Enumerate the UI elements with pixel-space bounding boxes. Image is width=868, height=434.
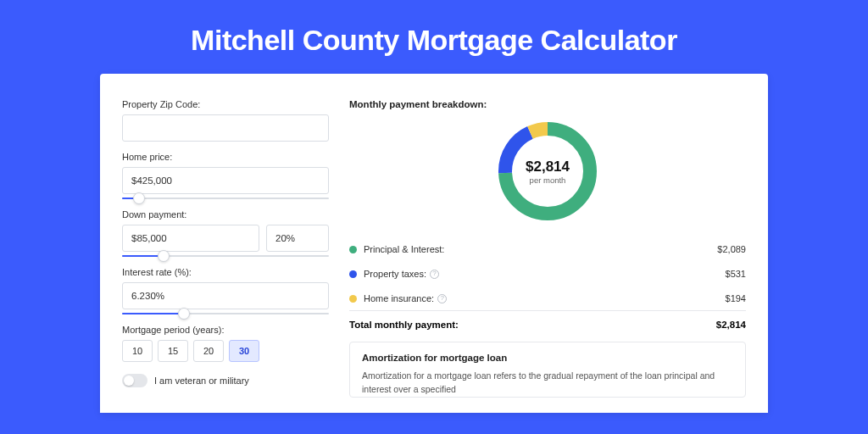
period-field: Mortgage period (years): 10152030: [122, 325, 329, 362]
interest-input[interactable]: [122, 282, 329, 309]
home-price-label: Home price:: [122, 152, 329, 162]
zip-field: Property Zip Code:: [122, 99, 329, 142]
info-icon[interactable]: ?: [437, 294, 447, 303]
amortization-title: Amortization for mortgage loan: [362, 353, 733, 363]
breakdown-title: Monthly payment breakdown:: [349, 99, 746, 109]
donut-total: $2,814: [526, 159, 570, 175]
legend-value: $194: [726, 293, 746, 303]
down-payment-label: Down payment:: [122, 209, 329, 220]
veteran-toggle[interactable]: [122, 374, 147, 387]
legend-row: Principal & Interest:$2,089: [349, 236, 746, 261]
veteran-label: I am veteran or military: [154, 376, 249, 386]
period-option-15[interactable]: 15: [158, 340, 188, 362]
total-row: Total monthly payment: $2,814: [349, 310, 746, 330]
down-payment-field: Down payment:: [122, 209, 329, 257]
interest-label: Interest rate (%):: [122, 267, 329, 277]
down-payment-amount-input[interactable]: [122, 225, 259, 252]
page-title: Mitchell County Mortgage Calculator: [0, 0, 868, 74]
legend-row: Home insurance:?$194: [349, 286, 746, 310]
amortization-card: Amortization for mortgage loan Amortizat…: [349, 342, 746, 398]
down-payment-slider[interactable]: [122, 255, 329, 257]
legend-row: Property taxes:?$531: [349, 261, 746, 286]
interest-field: Interest rate (%):: [122, 267, 329, 314]
home-price-input[interactable]: [122, 167, 329, 194]
form-panel: Property Zip Code: Home price: Down paym…: [122, 99, 329, 413]
legend-label: Home insurance:?: [364, 293, 726, 303]
breakdown-panel: Monthly payment breakdown: $2,814 per mo…: [349, 99, 746, 413]
down-payment-pct-input[interactable]: [266, 225, 329, 252]
zip-label: Property Zip Code:: [122, 99, 329, 109]
legend-dot: [349, 270, 357, 278]
info-icon[interactable]: ?: [430, 270, 439, 279]
total-row-value: $2,814: [716, 320, 746, 330]
period-option-10[interactable]: 10: [122, 340, 153, 362]
home-price-slider[interactable]: [122, 198, 329, 199]
legend-value: $2,089: [717, 244, 746, 254]
zip-input[interactable]: [122, 114, 329, 142]
breakdown-donut-chart: $2,814 per month: [494, 118, 601, 225]
total-row-label: Total monthly payment:: [349, 320, 716, 330]
veteran-row: I am veteran or military: [122, 374, 329, 387]
breakdown-legend: Principal & Interest:$2,089Property taxe…: [349, 236, 746, 310]
period-label: Mortgage period (years):: [122, 325, 329, 335]
legend-dot: [349, 246, 357, 253]
legend-dot: [349, 295, 357, 303]
period-option-30[interactable]: 30: [229, 340, 259, 362]
amortization-text: Amortization for a mortgage loan refers …: [362, 370, 733, 397]
legend-label: Principal & Interest:: [364, 244, 717, 254]
calculator-card: Property Zip Code: Home price: Down paym…: [100, 74, 768, 413]
period-option-20[interactable]: 20: [193, 340, 224, 362]
donut-sub: per month: [530, 175, 566, 185]
home-price-field: Home price:: [122, 152, 329, 199]
interest-slider[interactable]: [122, 313, 329, 314]
legend-label: Property taxes:?: [364, 269, 726, 279]
legend-value: $531: [726, 269, 746, 279]
